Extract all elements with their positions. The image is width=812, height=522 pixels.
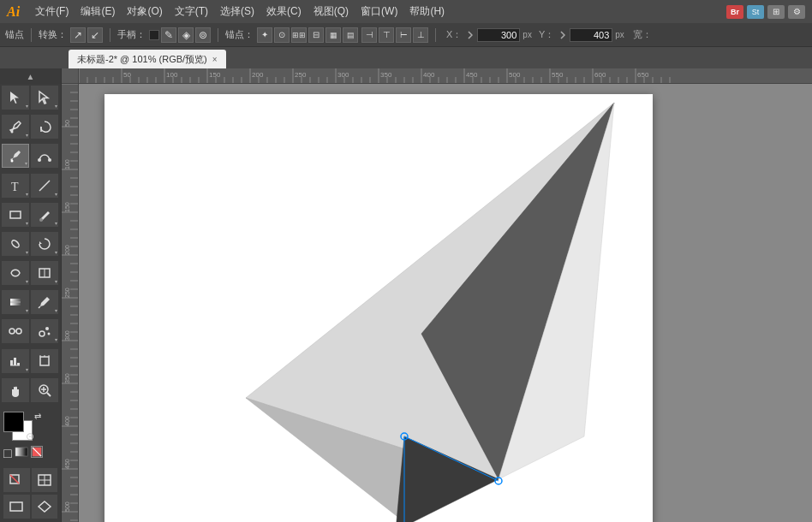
svg-text:200: 200 (252, 71, 264, 79)
fill-color-btn[interactable] (32, 468, 58, 492)
svg-point-17 (16, 329, 21, 334)
menu-effect[interactable]: 效果(C) (261, 3, 307, 21)
convert-btn-1[interactable]: ↗ (70, 27, 86, 43)
foreground-color-swatch[interactable] (3, 412, 24, 432)
anchor-btn-3[interactable]: ⊞⊞ (291, 27, 307, 43)
handle-btn-3[interactable]: ◈ (178, 27, 194, 43)
warp-tool[interactable]: ▾ (2, 261, 29, 285)
align-btn-4[interactable]: ⊥ (413, 27, 428, 43)
convert-btn-2[interactable]: ↙ (87, 27, 103, 43)
y-label: Y： (539, 28, 554, 41)
fill-none-btn[interactable] (3, 468, 30, 492)
svg-rect-23 (14, 358, 16, 365)
view-mode-btn[interactable] (3, 495, 30, 519)
svg-text:500: 500 (64, 501, 70, 512)
anchor-btn-5[interactable]: ▦ (325, 27, 341, 43)
svg-text:150: 150 (209, 71, 221, 79)
svg-text:400: 400 (64, 416, 70, 426)
menu-view[interactable]: 视图(Q) (308, 3, 354, 21)
canvas-area[interactable]: // ruler ticks drawn below via JS 501001… (62, 68, 812, 522)
swap-colors-icon[interactable]: ⇄ (34, 412, 41, 421)
svg-text:250: 250 (295, 71, 307, 79)
type-tool[interactable]: T ▾ (2, 174, 29, 198)
bottom-row-1 (3, 468, 57, 492)
svg-text:300: 300 (64, 330, 70, 341)
x-arrow-icon (464, 31, 473, 39)
width-tool[interactable]: ▾ (31, 261, 58, 285)
none-icon[interactable] (31, 446, 43, 458)
svg-point-20 (45, 327, 49, 330)
selection-tool[interactable]: ▾ (2, 86, 29, 110)
align-btn-1[interactable]: ⊣ (361, 27, 377, 43)
x-input[interactable] (477, 28, 520, 42)
blend-tool[interactable] (2, 319, 29, 343)
menu-text[interactable]: 文字(T) (170, 3, 213, 21)
rectangle-tool[interactable]: ▾ (2, 203, 29, 227)
lasso-tool[interactable] (31, 115, 58, 139)
pen-group-tool[interactable]: ▾ (2, 115, 29, 139)
tab-close-btn[interactable]: × (212, 55, 218, 64)
eraser-tool[interactable]: ▾ (2, 232, 29, 256)
artboard-tool-btn[interactable] (31, 349, 58, 373)
handle-btn-4[interactable]: ⊚ (195, 27, 211, 43)
svg-text:450: 450 (466, 71, 478, 79)
svg-point-8 (39, 218, 43, 222)
stock-icon[interactable]: St (747, 5, 764, 19)
menu-file[interactable]: 文件(F) (30, 3, 74, 21)
menu-window[interactable]: 窗口(W) (355, 3, 403, 21)
svg-point-2 (11, 160, 14, 163)
line-tool[interactable]: ▾ (31, 174, 58, 198)
document-tab[interactable]: 未标题-2* @ 101% (RGB/预览) × (69, 50, 226, 68)
symbol-sprayer-tool[interactable]: ▾ (31, 319, 58, 343)
color-mode-icons: □ (3, 446, 57, 461)
anchor-btn-4[interactable]: ⊟ (308, 27, 324, 43)
y-coord-field: Y： px (539, 28, 624, 42)
grid-icon[interactable]: ⊞ (767, 5, 785, 19)
paintbrush-tool[interactable]: ▾ (31, 203, 58, 227)
menu-select[interactable]: 选择(S) (215, 3, 260, 21)
eyedropper-tool[interactable]: ▾ (31, 290, 58, 314)
color-swatches: ⇄ ⊙ (3, 412, 41, 442)
title-bar: Ai 文件(F) 编辑(E) 对象(O) 文字(T) 选择(S) 效果(C) 视… (0, 0, 812, 23)
anchor-btn-2[interactable]: ⊙ (274, 27, 290, 43)
pen-tool[interactable]: ▾ (2, 144, 29, 168)
gradient-tool[interactable]: ▾ (2, 290, 29, 314)
menu-edit[interactable]: 编辑(E) (75, 3, 120, 21)
rotate-tool[interactable]: ▾ (31, 232, 58, 256)
zoom-tool[interactable] (31, 378, 58, 402)
artboard (104, 94, 653, 522)
screen-mode-btn[interactable] (32, 495, 58, 519)
bridge-icon[interactable]: Br (726, 5, 743, 19)
menu-object[interactable]: 对象(O) (122, 3, 167, 21)
paper-plane-svg (104, 94, 653, 522)
align-btn-3[interactable]: ⊢ (396, 27, 411, 43)
svg-text:100: 100 (166, 71, 178, 79)
y-input[interactable] (570, 28, 612, 42)
handle-btn-2[interactable]: ✎ (161, 27, 176, 43)
x-unit: px (522, 30, 532, 39)
gradient-fill-icon[interactable] (15, 446, 28, 461)
sync-icon[interactable]: ⚙ (788, 5, 805, 19)
reset-colors-icon[interactable]: ⊙ (26, 430, 34, 442)
menu-help[interactable]: 帮助(H) (404, 3, 450, 21)
menu-bar: 文件(F) 编辑(E) 对象(O) 文字(T) 选择(S) 效果(C) 视图(Q… (30, 3, 726, 21)
handle-icons: ✎ ◈ ⊚ (149, 27, 211, 43)
anchor-btn-6[interactable]: ▤ (343, 27, 358, 43)
tool-grid: ▾ ▾ ▾ (0, 84, 61, 408)
svg-line-6 (39, 181, 50, 191)
direct-selection-tool[interactable]: ▾ (31, 86, 58, 110)
svg-text:550: 550 (552, 71, 564, 79)
svg-text:200: 200 (64, 245, 70, 255)
svg-text:600: 600 (594, 71, 606, 79)
sidebar-bottom (0, 465, 61, 522)
separator-1 (31, 28, 32, 42)
hand-tool[interactable] (2, 378, 29, 402)
no-fill-icon[interactable]: □ (3, 446, 12, 461)
svg-point-21 (48, 333, 51, 335)
handle-btn-1[interactable] (149, 30, 159, 40)
curvature-tool[interactable] (31, 144, 58, 168)
align-btn-2[interactable]: ⊤ (379, 27, 394, 43)
anchor-btn-1[interactable]: ✦ (257, 27, 272, 43)
x-label: X： (446, 28, 462, 41)
graph-tool[interactable]: ▾ (2, 349, 29, 373)
